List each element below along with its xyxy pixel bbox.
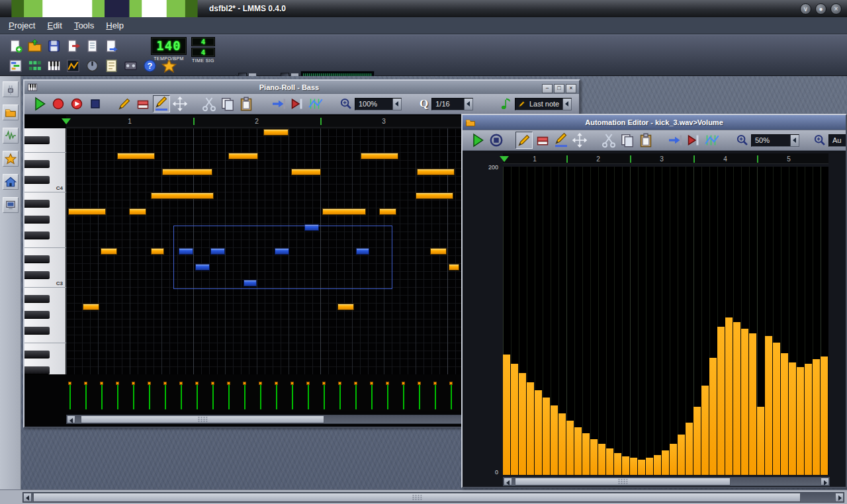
maximize-button[interactable]: ● [815,3,826,15]
ae-flip-mode-button[interactable] [553,132,570,149]
time-sig-display[interactable]: 4 4 TIME SIG [191,37,215,63]
song-editor-button[interactable] [7,57,24,75]
piano-key-black[interactable] [24,200,50,208]
piano-key-black[interactable] [24,231,50,239]
main-hscrollbar[interactable] [22,492,844,503]
export-midi-button[interactable] [103,37,120,55]
ae-scroll-left-icon[interactable] [504,478,512,485]
sidebar-computer-button[interactable] [3,197,19,213]
ae-paste-button[interactable] [637,132,654,149]
sidebar-projects-button[interactable] [3,105,19,120]
play-button[interactable] [31,95,48,112]
menu-item-project[interactable]: Project [3,17,41,34]
import-file-button[interactable] [83,37,101,55]
export-project-button[interactable] [64,37,82,55]
note[interactable] [263,129,289,136]
velocity-line[interactable] [306,382,310,409]
menu-item-tools[interactable]: Tools [68,17,100,34]
ae-shift-button[interactable] [666,132,684,149]
automation-timeline[interactable]: 12345 [503,153,828,164]
velocity-line[interactable] [449,382,453,409]
piano-key-black[interactable] [24,351,50,358]
main-scroll-left-icon[interactable] [23,493,32,502]
velocity-line[interactable] [163,382,167,409]
ae-end-marker-button[interactable] [685,132,702,149]
move-mode-button[interactable] [171,95,189,112]
piano-key-black[interactable] [24,271,50,279]
sidebar-instruments-button[interactable] [3,81,19,97]
quantize-select-arrow-icon[interactable] [464,99,472,110]
quantize-select[interactable]: 1/16 [431,98,473,110]
ae-playhead-marker[interactable] [500,156,509,162]
note[interactable] [151,192,214,199]
select-mode-button[interactable] [153,95,170,112]
bb-editor-button[interactable] [26,57,44,75]
sidebar-presets-button[interactable] [3,151,19,167]
note[interactable] [416,192,453,199]
note[interactable] [129,208,146,215]
automation-hscrollbar[interactable] [503,477,830,486]
save-project-button[interactable] [45,37,63,55]
ae-cut-button[interactable] [600,132,617,149]
automation-editor-titlebar[interactable]: Automation Editor - kick_3.wav>Volume [463,115,846,130]
ae-stop-button[interactable] [488,132,505,149]
note-length-arrow-icon[interactable] [562,99,571,110]
close-button[interactable]: × [830,3,842,15]
cut-button[interactable] [201,95,218,112]
draw-mode-button[interactable] [116,95,133,112]
open-project-button[interactable] [26,37,44,55]
shift-button[interactable] [270,95,287,112]
velocity-line[interactable] [179,382,183,409]
piano-key-black[interactable] [24,216,50,224]
end-marker-button[interactable] [289,95,306,112]
velocity-line[interactable] [259,382,262,409]
note[interactable] [68,208,106,215]
pr-close-button[interactable]: × [566,84,576,93]
ae-draw-mode-button[interactable] [515,132,533,149]
note[interactable] [228,153,258,159]
note[interactable] [337,304,354,310]
piano-roll-button[interactable] [45,57,63,75]
project-notes-button[interactable] [103,57,120,75]
playhead-marker[interactable] [62,118,71,124]
velocity-line[interactable] [275,382,278,409]
note-length-select[interactable]: Last note [515,98,572,110]
shade-button[interactable]: ∨ [800,3,811,15]
ae-clipped-select[interactable]: Au [828,134,846,147]
velocity-line[interactable] [386,382,389,409]
velocity-line[interactable] [227,382,230,409]
sidebar-samples-button[interactable] [3,128,19,144]
menu-item-edit[interactable]: Edit [41,17,67,34]
note[interactable] [117,153,155,159]
sidebar-home-button[interactable] [3,174,19,190]
pr-maximize-button[interactable]: □ [554,84,564,93]
piano-key-black[interactable] [24,136,50,144]
paste-button[interactable] [238,95,255,112]
note[interactable] [361,153,398,159]
main-scroll-right-icon[interactable] [835,493,844,502]
ae-zoom-select[interactable]: 50% [751,134,799,147]
tempo-lcd[interactable]: 140 [151,37,187,55]
stop-button[interactable] [87,95,104,112]
piano-key-black[interactable] [24,295,50,303]
velocity-line[interactable] [322,382,326,409]
note[interactable] [162,169,212,175]
velocity-line[interactable] [100,382,103,409]
zoom-select-arrow-icon[interactable] [392,99,401,110]
pr-minimize-button[interactable]: − [542,84,553,93]
ae-play-button[interactable] [469,132,486,149]
automation-editor-window[interactable]: Automation Editor - kick_3.wav>Volume [461,114,847,488]
ae-zoom-select-arrow-icon[interactable] [790,135,799,146]
ae-scroll-right-icon[interactable] [821,478,829,485]
time-sig-denominator-lcd[interactable]: 4 [191,48,215,57]
velocity-line[interactable] [418,382,421,409]
piano-key-black[interactable] [24,366,50,374]
record-accompany-button[interactable] [68,95,85,112]
note[interactable] [449,264,459,271]
scroll-handle[interactable] [81,415,324,423]
main-scroll-handle[interactable] [33,493,801,502]
velocity-line[interactable] [195,382,199,409]
note[interactable] [379,208,396,215]
note[interactable] [291,169,321,175]
velocity-line[interactable] [370,382,373,409]
